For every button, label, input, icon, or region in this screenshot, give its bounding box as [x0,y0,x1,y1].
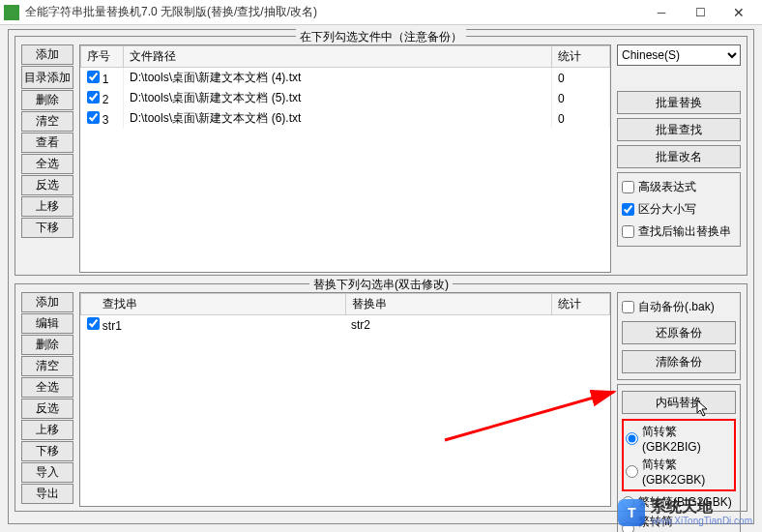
row-stat: 0 [552,108,610,129]
maximize-button[interactable]: ☐ [681,0,719,25]
row-stat: 0 [552,88,610,108]
output-after-checkbox[interactable]: 查找后输出替换串 [622,223,736,240]
table-row[interactable]: str1str2 [81,315,610,336]
window-title: 全能字符串批量替换机7.0 无限制版(替换/查找/抽取/改名) [25,4,642,20]
col-stat2[interactable]: 统计 [552,294,610,315]
batch-replace-button[interactable]: 批量替换 [617,91,741,114]
encoding-select[interactable]: Chinese(S) [617,44,741,66]
col-stat[interactable]: 统计 [552,46,610,68]
right-column: Chinese(S) 批量替换 批量查找 批量改名 高级表达式 区分大小写 查找… [617,44,741,273]
col-path[interactable]: 文件路径 [124,46,552,68]
files-btn-8[interactable]: 下移 [21,218,73,238]
replace-btn-8[interactable]: 导入 [21,462,73,483]
replace-table[interactable]: 查找串 替换串 统计 str1str2 [79,292,611,507]
main-frame: 在下列勾选文件中（注意备份） 添加目录添加删除清空查看全选反选上移下移 序号 文… [8,29,754,524]
encode-replace-button[interactable]: 内码替换 [622,391,736,414]
highlight-box: 简转繁(GBK2BIG) 简转繁(GBK2GBK) [622,419,736,491]
restore-backup-button[interactable]: 还原备份 [622,321,736,344]
watermark: T 系统天地 www.XiTongTianDi.com [618,498,752,526]
row-path: D:\tools\桌面\新建文本文档 (4).txt [124,68,552,89]
replace-btn-0[interactable]: 添加 [21,292,73,312]
replace-btn-9[interactable]: 导出 [21,484,73,504]
row-replace: str2 [345,315,552,336]
replace-btn-4[interactable]: 全选 [21,377,73,398]
options-group: 高级表达式 区分大小写 查找后输出替换串 [617,172,741,247]
files-btn-1[interactable]: 目录添加 [21,66,73,89]
row-checkbox[interactable] [87,91,100,103]
row-path: D:\tools\桌面\新建文本文档 (6).txt [124,108,552,129]
replace-btn-7[interactable]: 下移 [21,441,73,461]
watermark-logo-icon: T [618,499,645,526]
replace-btn-2[interactable]: 删除 [21,335,73,355]
watermark-text-cn: 系统天地 [651,498,752,516]
col-search[interactable]: 查找串 [81,294,346,315]
close-button[interactable]: ✕ [719,0,758,25]
replace-btn-5[interactable]: 反选 [21,399,73,419]
files-btn-4[interactable]: 查看 [21,133,73,153]
minimize-button[interactable]: ─ [642,0,681,25]
files-table[interactable]: 序号 文件路径 统计 1D:\tools\桌面\新建文本文档 (4).txt0 … [79,44,611,273]
replace-btn-3[interactable]: 清空 [21,356,73,376]
col-replace[interactable]: 替换串 [345,294,552,315]
watermark-text-en: www.XiTongTianDi.com [651,516,752,526]
replace-section-label: 替换下列勾选串(双击修改) [309,277,453,293]
clear-backup-button[interactable]: 清除备份 [622,350,736,373]
replace-section: 替换下列勾选串(双击修改) 添加编辑删除清空全选反选上移下移导入导出 查找串 替… [15,283,747,512]
batch-rename-button[interactable]: 批量改名 [617,145,741,168]
table-row[interactable]: 1D:\tools\桌面\新建文本文档 (4).txt0 [81,68,610,89]
encode-opt-1[interactable]: 简转繁(GBK2GBK) [626,457,732,487]
table-row[interactable]: 3D:\tools\桌面\新建文本文档 (6).txt0 [81,108,610,129]
files-section-label: 在下列勾选文件中（注意备份） [296,29,466,45]
auto-backup-checkbox[interactable]: 自动备份(.bak) [622,299,736,315]
files-btn-0[interactable]: 添加 [21,44,73,65]
replace-btn-1[interactable]: 编辑 [21,313,73,334]
files-btn-5[interactable]: 全选 [21,154,73,174]
replace-side-buttons: 添加编辑删除清空全选反选上移下移导入导出 [21,292,73,507]
files-btn-2[interactable]: 删除 [21,90,73,110]
files-btn-7[interactable]: 上移 [21,196,73,217]
files-section: 在下列勾选文件中（注意备份） 添加目录添加删除清空查看全选反选上移下移 序号 文… [15,36,747,276]
right-column-2: 自动备份(.bak) 还原备份 清除备份 内码替换 简转繁(GBK2BIG) 简… [617,292,741,507]
case-sensitive-checkbox[interactable]: 区分大小写 [622,201,736,218]
backup-group: 自动备份(.bak) 还原备份 清除备份 [617,292,741,380]
row-checkbox[interactable] [87,111,100,124]
encode-opt-0[interactable]: 简转繁(GBK2BIG) [626,424,732,454]
adv-expr-checkbox[interactable]: 高级表达式 [622,179,736,195]
files-btn-6[interactable]: 反选 [21,175,73,195]
files-side-buttons: 添加目录添加删除清空查看全选反选上移下移 [21,44,73,273]
replace-btn-6[interactable]: 上移 [21,420,73,440]
col-seq[interactable]: 序号 [81,46,124,68]
row-stat: 0 [552,68,610,89]
titlebar: 全能字符串批量替换机7.0 无限制版(替换/查找/抽取/改名) ─ ☐ ✕ [0,0,762,25]
batch-search-button[interactable]: 批量查找 [617,118,741,141]
app-icon [4,5,19,20]
row-checkbox[interactable] [87,71,100,83]
row-stat [552,315,610,336]
files-btn-3[interactable]: 清空 [21,111,73,132]
table-row[interactable]: 2D:\tools\桌面\新建文本文档 (5).txt0 [81,88,610,108]
row-path: D:\tools\桌面\新建文本文档 (5).txt [124,88,552,108]
row-checkbox[interactable] [87,317,100,330]
